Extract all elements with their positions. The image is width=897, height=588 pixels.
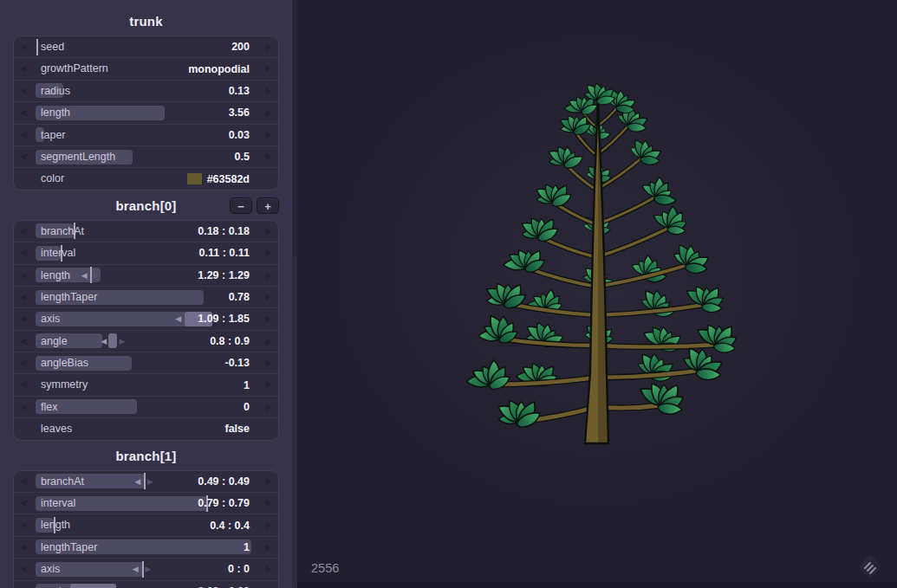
app-logo-icon[interactable] [853, 549, 887, 584]
slider-track[interactable]: color#63582d [36, 168, 251, 189]
color-swatch[interactable] [187, 173, 202, 184]
range-handle-right-icon[interactable]: ▶ [147, 471, 153, 492]
slider-track[interactable]: radius0.13 [36, 81, 251, 101]
increment-arrow-icon[interactable]: ▶ [265, 537, 272, 558]
decrement-arrow-icon[interactable]: ◀ [20, 102, 27, 123]
range-handle-right-icon[interactable]: ▶ [145, 559, 151, 579]
param-value: 0.03 [229, 125, 250, 145]
increment-arrow-icon[interactable]: ▶ [265, 493, 272, 514]
decrement-arrow-icon[interactable]: ◀ [20, 265, 27, 286]
param-row-interval: ◀▶interval0.11 : 0.11 [14, 242, 278, 263]
param-row-symmetry: ◀▶symmetry1 [14, 373, 278, 395]
slider-track[interactable]: seed200 [36, 36, 251, 57]
decrement-arrow-icon[interactable]: ◀ [20, 146, 27, 167]
slider-track[interactable]: angleBias-0.13 [36, 352, 251, 373]
increment-arrow-icon[interactable]: ▶ [265, 265, 272, 286]
section-branch[1]: branch[1]◀▶◀▶branchAt0.49 : 0.49◀▶interv… [0, 446, 292, 588]
param-label: axis [41, 308, 60, 330]
slider-cursor[interactable] [90, 267, 92, 283]
increment-arrow-icon[interactable]: ▶ [265, 397, 272, 417]
range-handle-right-icon[interactable]: ▶ [120, 581, 126, 588]
decrement-arrow-icon[interactable]: ◀ [20, 331, 27, 352]
param-label: angle [41, 331, 68, 352]
increment-arrow-icon[interactable]: ▶ [265, 36, 272, 57]
slider-track[interactable]: taper0.03 [36, 125, 251, 145]
decrement-arrow-icon[interactable]: ◀ [20, 58, 27, 79]
slider-track[interactable]: lengthTaper0.78 [36, 287, 251, 307]
slider-track[interactable]: ◀▶angle0.8 : 0.9 [36, 331, 251, 352]
slider-track[interactable]: flex0 [36, 397, 251, 417]
slider-cursor[interactable] [36, 39, 38, 55]
increment-arrow-icon[interactable]: ▶ [265, 125, 272, 145]
slider-track[interactable]: growthPatternmonopodial [36, 58, 251, 79]
decrement-arrow-icon[interactable]: ◀ [20, 287, 27, 307]
slider-track[interactable]: leavesfalse [36, 418, 251, 439]
increment-arrow-icon[interactable]: ▶ [265, 374, 272, 395]
decrement-arrow-icon[interactable]: ◀ [20, 471, 27, 492]
slider-track[interactable]: ◀▶axis0 : 0 [36, 559, 251, 579]
slider-track[interactable]: interval0.79 : 0.79 [36, 493, 251, 514]
decrement-arrow-icon[interactable]: ◀ [20, 308, 27, 329]
slider-range-highlight[interactable] [108, 333, 117, 348]
decrement-arrow-icon[interactable]: ◀ [20, 36, 27, 57]
decrement-arrow-icon[interactable]: ◀ [20, 81, 27, 101]
slider-track[interactable]: ◀▶length1.29 : 1.29 [36, 265, 251, 286]
increment-arrow-icon[interactable]: ▶ [265, 58, 272, 79]
slider-track[interactable]: ▶angle0.39 : 0.88 [36, 581, 251, 588]
slider-track[interactable]: ◀axis1.09 : 1.85 [36, 308, 251, 329]
param-value-text: #63582d [207, 173, 250, 185]
increment-arrow-icon[interactable]: ▶ [265, 514, 272, 535]
param-row-branchAt: ◀▶◀▶branchAt0.49 : 0.49 [14, 471, 278, 492]
param-label: length [41, 265, 70, 287]
range-handle-left-icon[interactable]: ◀ [134, 471, 140, 492]
decrement-arrow-icon[interactable]: ◀ [20, 514, 27, 535]
slider-track[interactable]: length0.4 : 0.4 [36, 514, 251, 535]
decrement-arrow-icon[interactable]: ◀ [20, 352, 27, 373]
slider-track[interactable]: length3.56 [36, 102, 251, 123]
slider-track[interactable]: symmetry1 [36, 374, 251, 395]
param-value: 0.4 : 0.4 [210, 514, 250, 535]
param-row-radius: ◀▶radius0.13 [14, 80, 278, 101]
slider-track[interactable]: interval0.11 : 0.11 [36, 242, 251, 263]
slider-range-highlight[interactable] [70, 584, 117, 588]
increment-arrow-icon[interactable]: ▶ [265, 471, 272, 492]
preview-canvas[interactable]: 2556 [297, 0, 897, 588]
add-branch-button[interactable]: + [257, 197, 279, 214]
decrement-arrow-icon[interactable]: ◀ [20, 397, 27, 417]
range-handle-left-icon[interactable]: ◀ [175, 308, 181, 329]
increment-arrow-icon[interactable]: ▶ [265, 102, 272, 123]
slider-cursor[interactable] [144, 473, 146, 489]
decrement-arrow-icon[interactable]: ◀ [20, 537, 27, 558]
decrement-arrow-icon[interactable]: ◀ [20, 125, 27, 145]
increment-arrow-icon[interactable]: ▶ [265, 221, 272, 242]
decrement-arrow-icon[interactable]: ◀ [20, 581, 27, 588]
increment-arrow-icon[interactable]: ▶ [265, 331, 272, 352]
increment-arrow-icon[interactable]: ▶ [265, 581, 272, 588]
remove-branch-button[interactable]: − [230, 197, 252, 214]
section-branch[0]: branch[0]−+◀▶branchAt0.18 : 0.18◀▶interv… [0, 196, 292, 441]
range-handle-right-icon[interactable]: ▶ [94, 265, 100, 286]
decrement-arrow-icon[interactable]: ◀ [20, 559, 27, 579]
param-row-leaves: leavesfalse [14, 417, 278, 439]
increment-arrow-icon[interactable]: ▶ [265, 308, 272, 329]
decrement-arrow-icon[interactable]: ◀ [20, 221, 27, 242]
range-handle-left-icon[interactable]: ◀ [101, 331, 107, 352]
param-value-text: 0 : 0 [228, 563, 250, 575]
increment-arrow-icon[interactable]: ▶ [265, 81, 272, 101]
slider-track[interactable]: branchAt0.18 : 0.18 [36, 221, 251, 242]
decrement-arrow-icon[interactable]: ◀ [20, 493, 27, 514]
increment-arrow-icon[interactable]: ▶ [265, 352, 272, 373]
decrement-arrow-icon[interactable]: ◀ [20, 242, 27, 263]
increment-arrow-icon[interactable]: ▶ [265, 146, 272, 167]
decrement-arrow-icon[interactable]: ◀ [20, 374, 27, 395]
range-handle-left-icon[interactable]: ◀ [81, 265, 88, 286]
increment-arrow-icon[interactable]: ▶ [265, 242, 272, 263]
increment-arrow-icon[interactable]: ▶ [265, 559, 272, 579]
range-handle-left-icon[interactable]: ◀ [133, 559, 139, 579]
slider-cursor[interactable] [142, 561, 144, 578]
increment-arrow-icon[interactable]: ▶ [265, 287, 272, 307]
slider-track[interactable]: ◀▶branchAt0.49 : 0.49 [36, 471, 251, 492]
slider-track[interactable]: lengthTaper1 [36, 537, 251, 558]
range-handle-right-icon[interactable]: ▶ [120, 331, 126, 352]
slider-track[interactable]: segmentLength0.5 [36, 146, 251, 167]
